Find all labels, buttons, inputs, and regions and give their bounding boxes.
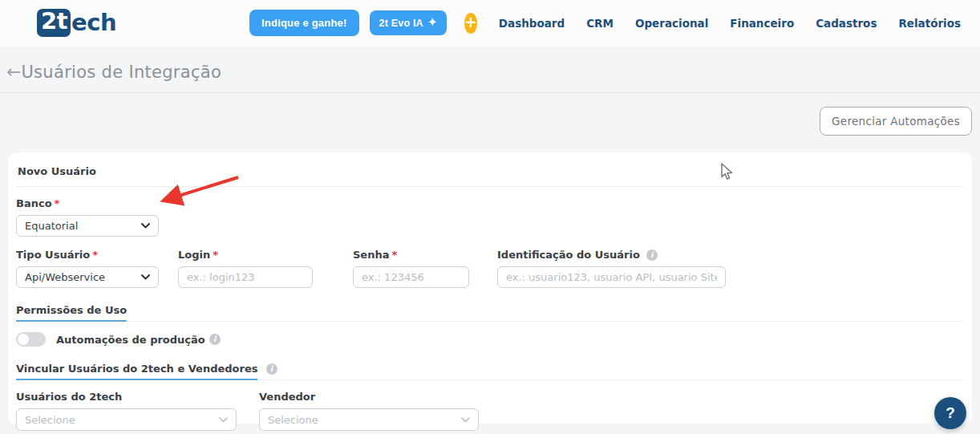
nav-item-dashboard[interactable]: Dashboard	[499, 17, 565, 30]
usuarios-2tech-select[interactable]: Selecione	[16, 408, 237, 431]
gerenciar-automacoes-button[interactable]: Gerenciar Automações	[820, 107, 972, 136]
required-asterisk: *	[213, 249, 218, 261]
nav-item-financeiro[interactable]: Financeiro	[730, 17, 794, 30]
vendedor-select[interactable]: Selecione	[259, 408, 479, 431]
credentials-row: Tipo Usuário* Api/Webservice Login* Senh…	[16, 249, 964, 288]
usuarios-2tech-field-group: Usuários do 2tech Selecione	[16, 391, 237, 431]
chevron-down-icon	[141, 223, 150, 229]
tipo-usuario-field-group: Tipo Usuário* Api/Webservice	[16, 249, 159, 288]
banco-selected-value: Equatorial	[25, 220, 78, 232]
usuarios-2tech-label: Usuários do 2tech	[16, 391, 237, 403]
automacoes-toggle-label: Automações de produção	[56, 334, 205, 346]
permissoes-de-uso-heading[interactable]: Permissões de Uso	[16, 304, 127, 322]
nav-item-crm[interactable]: CRM	[586, 17, 614, 30]
info-icon[interactable]: i	[266, 363, 277, 375]
logo-2t-badge: 2t	[37, 9, 71, 37]
actions-row: Gerenciar Automações	[0, 107, 980, 136]
usuarios-2tech-placeholder: Selecione	[25, 414, 75, 426]
vendedor-placeholder: Selecione	[268, 414, 318, 426]
tipo-usuario-select[interactable]: Api/Webservice	[16, 266, 159, 288]
permissoes-heading-row: Permissões de Uso	[16, 302, 964, 322]
automacoes-toggle-row: Automações de produção i	[16, 332, 964, 347]
evo-ia-label: 2t Evo IA	[379, 18, 423, 29]
evo-ia-button[interactable]: 2t Evo IA ✦	[370, 10, 447, 35]
logo-2tech[interactable]: 2tech	[37, 9, 116, 37]
required-asterisk: *	[55, 197, 60, 209]
login-label: Login*	[178, 249, 313, 261]
vincular-heading-row: Vincular Usuários do 2tech e Vendedores …	[16, 360, 964, 380]
sparkle-icon: ✦	[428, 16, 437, 28]
senha-label: Senha*	[353, 249, 469, 261]
chevron-down-icon	[219, 417, 228, 423]
senha-input[interactable]	[353, 266, 469, 288]
chevron-down-icon	[461, 417, 470, 423]
page-title: Usuários de Integração	[21, 63, 221, 82]
banco-field-group: Banco* Equatorial	[16, 197, 159, 237]
quick-add-button[interactable]: +	[464, 13, 477, 34]
nav-item-cadastros[interactable]: Cadastros	[816, 17, 877, 30]
toggle-knob	[18, 334, 29, 345]
nav-item-operacional[interactable]: Operacional	[635, 17, 708, 30]
vincular-usuarios-heading[interactable]: Vincular Usuários do 2tech e Vendedores	[16, 363, 257, 380]
automacoes-producao-toggle[interactable]	[16, 332, 46, 347]
senha-field-group: Senha*	[353, 249, 469, 288]
banco-label: Banco*	[16, 197, 159, 209]
vincular-selects-row: Usuários do 2tech Selecione Vendedor Sel…	[16, 391, 964, 431]
required-asterisk: *	[391, 249, 397, 261]
card-title: Novo Usuário	[16, 164, 964, 187]
login-field-group: Login*	[178, 249, 313, 288]
novo-usuario-card: Novo Usuário Banco* Equatorial Tipo Usuá…	[8, 152, 972, 424]
info-icon[interactable]: i	[209, 334, 221, 345]
identificacao-label: Identificação do Usuário i	[497, 249, 726, 261]
top-navbar: 2tech Indique e ganhe! 2t Evo IA ✦ + Das…	[0, 0, 980, 46]
page-header: ← Usuários de Integração	[0, 63, 980, 93]
nav-item-relatorios[interactable]: Relatórios	[898, 17, 961, 30]
app-root: { "header": { "logo_prefix": "2t", "logo…	[0, 0, 980, 434]
vendedor-label: Vendedor	[259, 391, 479, 403]
info-icon[interactable]: i	[646, 249, 658, 261]
main-nav: Dashboard CRM Operacional Financeiro Cad…	[499, 17, 961, 30]
tipo-usuario-selected-value: Api/Webservice	[25, 271, 105, 283]
vendedor-field-group: Vendedor Selecione	[259, 391, 479, 431]
identificacao-field-group: Identificação do Usuário i	[497, 249, 726, 288]
tipo-usuario-label: Tipo Usuário*	[16, 249, 159, 261]
login-input[interactable]	[178, 266, 313, 288]
required-asterisk: *	[92, 249, 98, 261]
back-arrow-icon[interactable]: ←	[6, 63, 21, 81]
banco-select[interactable]: Equatorial	[16, 215, 159, 237]
chevron-down-icon	[141, 274, 150, 280]
indique-e-ganhe-button[interactable]: Indique e ganhe!	[249, 10, 358, 36]
identificacao-input[interactable]	[497, 266, 726, 288]
plus-icon: +	[464, 14, 477, 30]
logo-ech-text: ech	[71, 9, 116, 36]
help-button[interactable]: ?	[934, 397, 966, 429]
